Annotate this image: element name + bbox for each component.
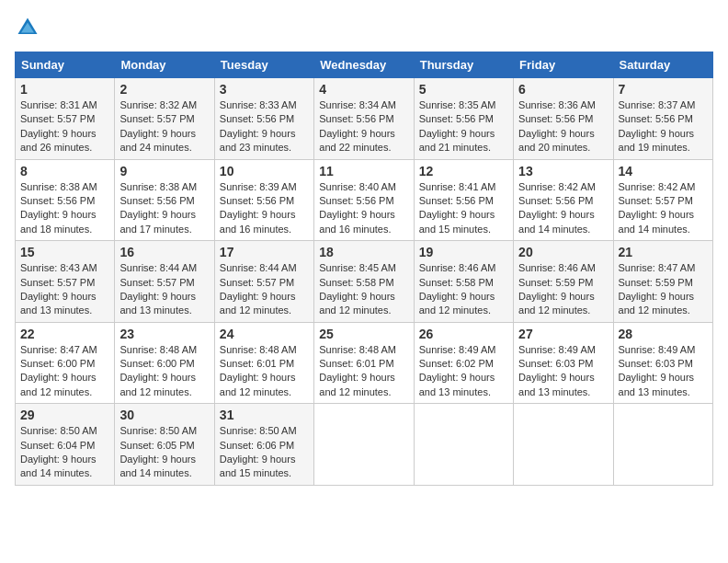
day-number: 7 [619,82,708,97]
day-number: 24 [220,327,309,341]
day-cell: 18 Sunrise: 8:45 AMSunset: 5:58 PMDaylig… [314,241,414,323]
cell-info: Sunrise: 8:46 AMSunset: 5:58 PMDaylight:… [419,262,496,316]
day-number: 22 [20,327,109,341]
day-number: 11 [319,164,408,178]
day-cell: 23 Sunrise: 8:48 AMSunset: 6:00 PMDaylig… [115,322,214,404]
day-number: 23 [119,327,209,341]
header-row: SundayMondayTuesdayWednesdayThursdayFrid… [16,52,713,78]
day-cell: 10 Sunrise: 8:39 AMSunset: 5:56 PMDaylig… [214,159,313,241]
week-row-3: 15 Sunrise: 8:43 AMSunset: 5:57 PMDaylig… [16,241,713,323]
day-cell [314,404,414,486]
cell-info: Sunrise: 8:48 AMSunset: 6:00 PMDaylight:… [119,344,197,397]
day-cell: 1 Sunrise: 8:31 AMSunset: 5:57 PMDayligh… [16,78,115,160]
day-cell: 20 Sunrise: 8:46 AMSunset: 5:59 PMDaylig… [514,241,613,323]
cell-info: Sunrise: 8:44 AMSunset: 5:57 PMDaylight:… [119,262,197,316]
day-number: 8 [20,164,109,178]
day-number: 12 [419,164,508,178]
cell-info: Sunrise: 8:38 AMSunset: 5:56 PMDaylight:… [119,181,197,235]
day-number: 5 [419,82,508,97]
day-cell [514,404,613,486]
day-number: 19 [419,245,508,259]
cell-info: Sunrise: 8:38 AMSunset: 5:56 PMDaylight:… [20,181,97,235]
day-number: 4 [319,82,408,97]
day-cell: 2 Sunrise: 8:32 AMSunset: 5:57 PMDayligh… [115,78,214,160]
day-cell: 13 Sunrise: 8:42 AMSunset: 5:56 PMDaylig… [514,159,613,241]
calendar-table: SundayMondayTuesdayWednesdayThursdayFrid… [15,52,713,486]
week-row-1: 1 Sunrise: 8:31 AMSunset: 5:57 PMDayligh… [16,78,713,160]
day-cell: 12 Sunrise: 8:41 AMSunset: 5:56 PMDaylig… [414,159,513,241]
day-cell: 25 Sunrise: 8:48 AMSunset: 6:01 PMDaylig… [314,322,414,404]
day-number: 16 [119,245,209,259]
cell-info: Sunrise: 8:49 AMSunset: 6:02 PMDaylight:… [419,344,496,397]
cell-info: Sunrise: 8:33 AMSunset: 5:56 PMDaylight:… [220,99,297,153]
day-number: 2 [119,82,209,97]
day-number: 27 [518,327,608,341]
day-cell: 28 Sunrise: 8:49 AMSunset: 6:03 PMDaylig… [613,322,712,404]
day-cell: 30 Sunrise: 8:50 AMSunset: 6:05 PMDaylig… [115,404,214,486]
day-cell: 4 Sunrise: 8:34 AMSunset: 5:56 PMDayligh… [314,78,414,160]
header-cell-wednesday: Wednesday [314,52,414,78]
day-cell: 31 Sunrise: 8:50 AMSunset: 6:06 PMDaylig… [214,404,313,486]
page-header [15,15,713,40]
day-cell: 5 Sunrise: 8:35 AMSunset: 5:56 PMDayligh… [414,78,513,160]
day-cell: 22 Sunrise: 8:47 AMSunset: 6:00 PMDaylig… [16,322,115,404]
cell-info: Sunrise: 8:42 AMSunset: 5:56 PMDaylight:… [518,181,596,235]
day-cell [414,404,513,486]
day-number: 30 [119,408,209,422]
cell-info: Sunrise: 8:40 AMSunset: 5:56 PMDaylight:… [319,181,396,235]
day-cell: 24 Sunrise: 8:48 AMSunset: 6:01 PMDaylig… [214,322,313,404]
header-cell-sunday: Sunday [16,52,115,78]
day-number: 10 [220,164,309,178]
cell-info: Sunrise: 8:37 AMSunset: 5:56 PMDaylight:… [619,99,696,153]
day-number: 26 [419,327,508,341]
day-cell: 14 Sunrise: 8:42 AMSunset: 5:57 PMDaylig… [613,159,712,241]
header-cell-friday: Friday [514,52,613,78]
header-cell-tuesday: Tuesday [214,52,313,78]
day-number: 6 [518,82,608,97]
day-number: 17 [220,245,309,259]
cell-info: Sunrise: 8:45 AMSunset: 5:58 PMDaylight:… [319,262,396,316]
cell-info: Sunrise: 8:39 AMSunset: 5:56 PMDaylight:… [220,181,297,235]
cell-info: Sunrise: 8:32 AMSunset: 5:57 PMDaylight:… [119,99,197,153]
day-number: 20 [518,245,608,259]
week-row-5: 29 Sunrise: 8:50 AMSunset: 6:04 PMDaylig… [16,404,713,486]
day-cell: 8 Sunrise: 8:38 AMSunset: 5:56 PMDayligh… [16,159,115,241]
cell-info: Sunrise: 8:36 AMSunset: 5:56 PMDaylight:… [518,99,596,153]
day-cell: 11 Sunrise: 8:40 AMSunset: 5:56 PMDaylig… [314,159,414,241]
day-number: 29 [20,408,109,422]
header-cell-saturday: Saturday [613,52,712,78]
cell-info: Sunrise: 8:47 AMSunset: 5:59 PMDaylight:… [619,262,696,316]
day-cell: 7 Sunrise: 8:37 AMSunset: 5:56 PMDayligh… [613,78,712,160]
cell-info: Sunrise: 8:48 AMSunset: 6:01 PMDaylight:… [319,344,396,397]
cell-info: Sunrise: 8:34 AMSunset: 5:56 PMDaylight:… [319,99,396,153]
day-number: 18 [319,245,408,259]
day-number: 21 [619,245,708,259]
cell-info: Sunrise: 8:44 AMSunset: 5:57 PMDaylight:… [220,262,297,316]
day-number: 3 [220,82,309,97]
day-cell: 9 Sunrise: 8:38 AMSunset: 5:56 PMDayligh… [115,159,214,241]
day-cell: 17 Sunrise: 8:44 AMSunset: 5:57 PMDaylig… [214,241,313,323]
cell-info: Sunrise: 8:47 AMSunset: 6:00 PMDaylight:… [20,344,97,397]
day-cell: 29 Sunrise: 8:50 AMSunset: 6:04 PMDaylig… [16,404,115,486]
day-cell: 6 Sunrise: 8:36 AMSunset: 5:56 PMDayligh… [514,78,613,160]
week-row-4: 22 Sunrise: 8:47 AMSunset: 6:00 PMDaylig… [16,322,713,404]
week-row-2: 8 Sunrise: 8:38 AMSunset: 5:56 PMDayligh… [16,159,713,241]
day-cell: 26 Sunrise: 8:49 AMSunset: 6:02 PMDaylig… [414,322,513,404]
cell-info: Sunrise: 8:50 AMSunset: 6:06 PMDaylight:… [220,425,297,478]
day-number: 25 [319,327,408,341]
cell-info: Sunrise: 8:50 AMSunset: 6:04 PMDaylight:… [20,425,97,478]
cell-info: Sunrise: 8:31 AMSunset: 5:57 PMDaylight:… [20,99,97,153]
logo-icon [15,15,40,40]
day-number: 13 [518,164,608,178]
cell-info: Sunrise: 8:50 AMSunset: 6:05 PMDaylight:… [119,425,197,478]
cell-info: Sunrise: 8:35 AMSunset: 5:56 PMDaylight:… [419,99,496,153]
day-number: 15 [20,245,109,259]
header-cell-monday: Monday [115,52,214,78]
cell-info: Sunrise: 8:41 AMSunset: 5:56 PMDaylight:… [419,181,496,235]
day-number: 9 [119,164,209,178]
day-number: 14 [619,164,708,178]
logo [15,15,44,40]
day-cell: 3 Sunrise: 8:33 AMSunset: 5:56 PMDayligh… [214,78,313,160]
day-cell: 15 Sunrise: 8:43 AMSunset: 5:57 PMDaylig… [16,241,115,323]
day-cell: 27 Sunrise: 8:49 AMSunset: 6:03 PMDaylig… [514,322,613,404]
